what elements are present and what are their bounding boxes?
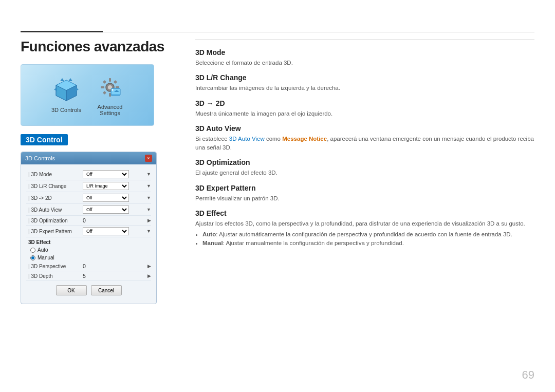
left-column: Funciones avanzadas 3D Controls bbox=[21, 39, 175, 371]
radio-auto-label: Auto bbox=[38, 247, 48, 253]
row-value-3d-mode[interactable]: Off ▼ bbox=[83, 170, 151, 178]
arrow-icon: ▼ bbox=[146, 172, 151, 177]
row-label-auto-view: 3D Auto View bbox=[26, 207, 83, 213]
row-value-expert-pattern[interactable]: Off ▼ bbox=[83, 227, 151, 235]
dialog-row-optimization: 3D Optimization 0 ▶ bbox=[26, 216, 151, 226]
bullet-manual: Manual: Ajustar manualmente la configura… bbox=[202, 239, 534, 248]
radio-auto[interactable] bbox=[30, 248, 35, 253]
dialog-row-depth: 3D Depth 5 ▶ bbox=[26, 271, 151, 281]
dialog-row-auto-view: 3D Auto View Off ▼ bbox=[26, 204, 151, 216]
feature-3d-mode: 3D Mode Seleccione el formato de entrada… bbox=[195, 48, 534, 67]
svg-point-17 bbox=[112, 89, 114, 91]
svg-rect-12 bbox=[103, 91, 106, 95]
feature-optimization: 3D Optimization El ajuste general del ef… bbox=[195, 158, 534, 177]
dialog-title: 3D Controls bbox=[25, 155, 55, 161]
page-title: Funciones avanzadas bbox=[21, 39, 175, 55]
row-label-expert-pattern: 3D Expert Pattern bbox=[26, 229, 83, 234]
feature-title-3d-effect: 3D Effect bbox=[195, 209, 534, 217]
radio-manual[interactable] bbox=[30, 255, 35, 260]
feature-title-3d-to-2d: 3D → 2D bbox=[195, 99, 534, 107]
advanced-settings-label: AdvancedSettings bbox=[98, 104, 123, 116]
feature-desc-lr-change: Intercambiar las imágenes de la izquierd… bbox=[195, 84, 534, 92]
perspective-value: 0 bbox=[83, 263, 86, 269]
right-column: 3D Mode Seleccione el formato de entrada… bbox=[195, 39, 534, 371]
row-value-perspective[interactable]: 0 ▶ bbox=[83, 263, 151, 269]
stepper-arrow[interactable]: ▶ bbox=[147, 218, 151, 223]
row-label-3d-2d: 3D -> 2D bbox=[26, 195, 83, 201]
arrow-icon3: ▼ bbox=[146, 195, 151, 200]
svg-rect-10 bbox=[103, 80, 106, 84]
dialog-row-lr-change: 3D L/R Change L/R Image ▼ bbox=[26, 180, 151, 192]
top-line-main bbox=[103, 32, 534, 32]
row-value-3d-2d[interactable]: Off ▼ bbox=[83, 194, 151, 202]
row-label-lr-change: 3D L/R Change bbox=[26, 183, 83, 189]
feature-expert-pattern: 3D Expert Pattern Permite visualizar un … bbox=[195, 184, 534, 203]
svg-rect-6 bbox=[109, 78, 111, 82]
auto-view-select[interactable]: Off bbox=[83, 206, 129, 214]
bullet-manual-label: Manual bbox=[202, 240, 223, 246]
row-value-depth[interactable]: 5 ▶ bbox=[83, 273, 151, 279]
advanced-settings-icon-item: AdvancedSettings bbox=[97, 74, 123, 116]
radio-manual-label: Manual bbox=[38, 255, 54, 260]
row-label-depth: 3D Depth bbox=[26, 273, 83, 279]
3d-controls-dialog: 3D Controls × 3D Mode Off ▼ 3D L/R Chang… bbox=[21, 152, 157, 304]
feature-title-lr-change: 3D L/R Change bbox=[195, 73, 534, 82]
feature-desc-optimization: El ajuste general del efecto 3D. bbox=[195, 169, 534, 177]
cube-3d-icon bbox=[53, 77, 80, 104]
dialog-row-perspective: 3D Perspective 0 ▶ bbox=[26, 262, 151, 271]
feature-desc-3d-mode: Seleccione el formato de entrada 3D. bbox=[195, 59, 534, 67]
bullet-auto-label: Auto bbox=[202, 231, 216, 237]
feature-auto-view: 3D Auto View Si establece 3D Auto View c… bbox=[195, 124, 534, 153]
expert-pattern-select[interactable]: Off bbox=[83, 227, 129, 235]
effect-section-title: 3D Effect bbox=[26, 237, 151, 246]
row-label-3d-mode: 3D Mode bbox=[26, 172, 83, 177]
radio-manual-row[interactable]: Manual bbox=[26, 254, 151, 262]
feature-3d-effect: 3D Effect Ajustar los efectos 3D, como l… bbox=[195, 209, 534, 248]
perspective-stepper[interactable]: ▶ bbox=[147, 264, 151, 269]
row-label-perspective: 3D Perspective bbox=[26, 264, 83, 269]
effect-bullet-list: Auto: Ajustar automáticamente la configu… bbox=[195, 230, 534, 248]
feature-title-optimization: 3D Optimization bbox=[195, 158, 534, 166]
dialog-row-3d-mode: 3D Mode Off ▼ bbox=[26, 169, 151, 180]
optimization-value: 0 bbox=[83, 217, 86, 223]
feature-3d-to-2d: 3D → 2D Muestra únicamente la imagen par… bbox=[195, 99, 534, 118]
feature-title-expert-pattern: 3D Expert Pattern bbox=[195, 184, 534, 192]
row-label-optimization: 3D Optimization bbox=[26, 218, 83, 223]
right-divider bbox=[195, 40, 534, 40]
dialog-row-3d-2d: 3D -> 2D Off ▼ bbox=[26, 192, 151, 204]
gear-settings-icon bbox=[97, 74, 123, 101]
section-label: 3D Control bbox=[21, 134, 68, 145]
icon-panel: 3D Controls bbox=[21, 64, 154, 126]
feature-title-3d-mode: 3D Mode bbox=[195, 48, 534, 57]
dialog-buttons: OK Cancel bbox=[26, 281, 151, 300]
feature-desc-auto-view: Si establece 3D Auto View como Message N… bbox=[195, 135, 534, 153]
dialog-close-button[interactable]: × bbox=[145, 155, 152, 162]
arrow-icon5: ▼ bbox=[146, 229, 151, 234]
feature-lr-change: 3D L/R Change Intercambiar las imágenes … bbox=[195, 73, 534, 92]
depth-stepper[interactable]: ▶ bbox=[147, 273, 151, 278]
top-line-accent bbox=[21, 31, 103, 32]
lr-change-select[interactable]: L/R Image bbox=[83, 182, 129, 190]
ok-button[interactable]: OK bbox=[56, 285, 87, 295]
svg-rect-11 bbox=[114, 80, 117, 84]
3d-controls-label: 3D Controls bbox=[51, 107, 81, 113]
feature-desc-expert-pattern: Permite visualizar un patrón 3D. bbox=[195, 194, 534, 203]
3d-2d-select[interactable]: Off bbox=[83, 194, 129, 202]
cancel-button[interactable]: Cancel bbox=[91, 285, 122, 295]
dialog-titlebar: 3D Controls × bbox=[21, 152, 156, 164]
row-value-optimization[interactable]: 0 ▶ bbox=[83, 217, 151, 223]
highlight-auto-view: 3D Auto View bbox=[229, 136, 265, 142]
dialog-row-expert-pattern: 3D Expert Pattern Off ▼ bbox=[26, 226, 151, 237]
bullet-auto: Auto: Ajustar automáticamente la configu… bbox=[202, 230, 534, 239]
3d-mode-select[interactable]: Off bbox=[83, 170, 129, 178]
row-value-auto-view[interactable]: Off ▼ bbox=[83, 206, 151, 214]
arrow-icon4: ▼ bbox=[146, 207, 151, 212]
radio-auto-row[interactable]: Auto bbox=[26, 246, 151, 254]
depth-value: 5 bbox=[83, 273, 86, 279]
3d-controls-icon-item: 3D Controls bbox=[51, 77, 81, 113]
row-value-lr-change[interactable]: L/R Image ▼ bbox=[83, 182, 151, 190]
main-content: Funciones avanzadas 3D Controls bbox=[21, 39, 534, 371]
svg-rect-8 bbox=[101, 86, 104, 88]
svg-rect-7 bbox=[109, 93, 111, 97]
feature-desc-3d-to-2d: Muestra únicamente la imagen para el ojo… bbox=[195, 109, 534, 118]
